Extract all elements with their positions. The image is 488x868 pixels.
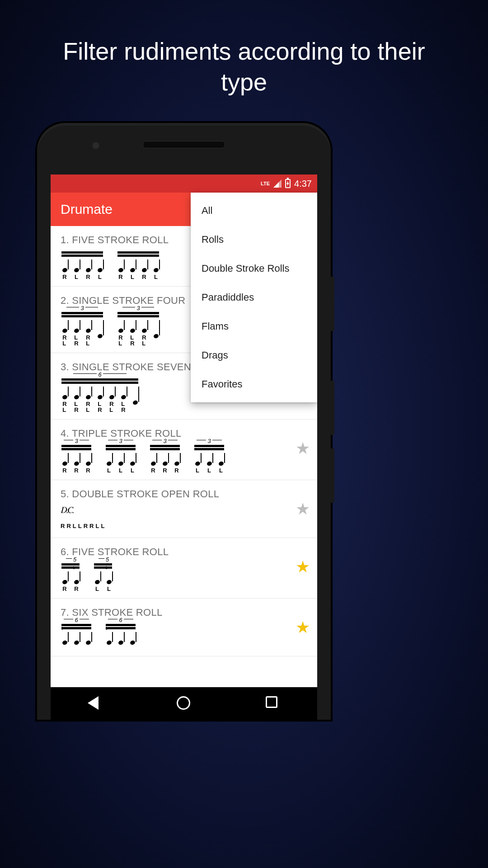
sticking-letter: RL: [86, 335, 90, 346]
rudiment-row[interactable]: 4. TRIPLE STROKE ROLL★3RRR3LLL3RRR3LLL: [51, 420, 317, 480]
home-button[interactable]: [177, 696, 191, 711]
tuplet-number: 5: [61, 556, 80, 570]
sticking-letter: RL: [109, 401, 113, 413]
sticking-letter: R: [142, 274, 146, 280]
status-bar: LTE 4:37: [51, 175, 317, 193]
notation: 66: [61, 624, 307, 646]
filter-menu-item[interactable]: All: [191, 196, 317, 225]
sticking-letter: L: [95, 586, 99, 592]
recents-button[interactable]: [266, 696, 280, 711]
sticking-letter: L: [207, 467, 211, 473]
notation: 𝄊RRLLRRLL: [61, 505, 307, 529]
tuplet-number: 3: [149, 438, 181, 444]
promo-tagline: Filter rudiments according to their type: [0, 36, 488, 97]
sticking-letter: R: [62, 586, 66, 592]
clock: 4:37: [294, 179, 312, 189]
sticking-letter: R: [62, 467, 66, 473]
sticking-letter: L: [107, 586, 111, 592]
notation: 5RR5LL: [61, 563, 307, 592]
app-title: Drumate: [61, 202, 113, 217]
tuplet-number: 6: [105, 617, 136, 623]
sticking-letter: L: [196, 467, 199, 473]
sticking-letter: L: [219, 467, 223, 473]
phone-screen: LTE 4:37 Drumate 1. FIVE STROKE ROLL★RLR…: [51, 175, 317, 720]
sticking-letter: RL: [62, 401, 66, 413]
notation: 3RRR3LLL3RRR3LLL: [61, 445, 307, 473]
rudiment-title: 5. DOUBLE STROKE OPEN ROLL: [61, 488, 307, 500]
phone-frame: LTE 4:37 Drumate 1. FIVE STROKE ROLL★RLR…: [37, 123, 331, 720]
favorite-star-icon[interactable]: ★: [296, 440, 310, 457]
rudiment-title: 7. SIX STROKE ROLL: [61, 607, 307, 618]
tuplet-number: 6: [61, 617, 92, 623]
sticking-letter: LR: [74, 335, 78, 346]
sticking-letter: RL: [142, 335, 146, 346]
sticking-letter: LR: [121, 401, 125, 413]
signal-icon: [273, 179, 282, 188]
filter-menu[interactable]: AllRollsDouble Stroke RollsParadiddlesFl…: [191, 193, 317, 402]
sticking-letter: L: [75, 274, 78, 280]
sticking-letter: R: [86, 467, 90, 473]
sticking-letter: L: [107, 467, 111, 473]
tuplet-number: 5: [93, 556, 113, 570]
network-label: LTE: [261, 181, 270, 186]
sticking-letter: R: [163, 467, 167, 473]
back-button[interactable]: [88, 696, 102, 711]
filter-menu-item[interactable]: Favorites: [191, 370, 317, 399]
sticking-letter: RL: [62, 335, 66, 346]
filter-menu-item[interactable]: Paradiddles: [191, 283, 317, 312]
android-nav-bar: [51, 687, 317, 720]
sticking-letter: LR: [74, 401, 78, 413]
tuplet-number: 3: [105, 438, 136, 444]
filter-menu-item[interactable]: Flams: [191, 312, 317, 341]
tuplet-number: 3: [61, 305, 104, 311]
rudiment-row[interactable]: 6. FIVE STROKE ROLL★5RR5LL: [51, 538, 317, 599]
favorite-star-icon[interactable]: ★: [296, 501, 310, 517]
filter-menu-item[interactable]: Rolls: [191, 225, 317, 254]
sticking-letter: L: [154, 274, 158, 280]
tagline-rest: rudiments according to their type: [117, 38, 425, 95]
sticking-letter: R: [74, 467, 78, 473]
sticking-letter: L: [98, 274, 102, 280]
sticking-letter: R: [118, 274, 122, 280]
phone-side-buttons: [331, 277, 334, 331]
sticking-letter: RL: [118, 335, 122, 346]
sticking-letter: R: [74, 586, 78, 592]
sticking-letter: R: [62, 274, 66, 280]
favorite-star-icon[interactable]: ★: [296, 559, 310, 575]
sticking-letter: L: [131, 467, 134, 473]
rudiment-row[interactable]: 7. SIX STROKE ROLL★66: [51, 599, 317, 656]
sticking-letter: LR: [98, 401, 102, 413]
sticking-letter: R: [86, 274, 90, 280]
sticking-letter: LR: [130, 335, 134, 346]
rudiment-row[interactable]: 5. DOUBLE STROKE OPEN ROLL★𝄊RRLLRRLL: [51, 480, 317, 538]
tuplet-number: 3: [61, 438, 92, 444]
rudiment-title: 4. TRIPLE STROKE ROLL: [61, 428, 307, 439]
battery-icon: [285, 179, 291, 188]
sticking-letter: RL: [86, 401, 90, 413]
tagline-bold: Filter: [63, 38, 117, 65]
tuplet-number: 6: [61, 371, 139, 378]
sticking-letter: L: [131, 274, 134, 280]
sticking-letter: R: [151, 467, 155, 473]
filter-menu-item[interactable]: Drags: [191, 341, 317, 370]
favorite-star-icon[interactable]: ★: [296, 619, 310, 636]
tuplet-number: 3: [117, 305, 160, 311]
filter-menu-item[interactable]: Double Stroke Rolls: [191, 254, 317, 283]
tuplet-number: 3: [193, 438, 225, 444]
sticking-letter: L: [119, 467, 122, 473]
sticking-letter: R: [174, 467, 178, 473]
